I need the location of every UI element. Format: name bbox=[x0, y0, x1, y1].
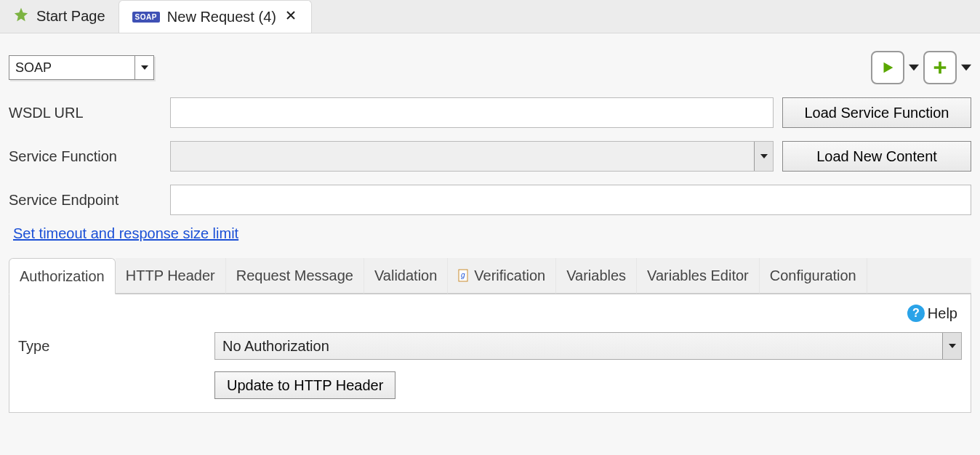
auth-type-select[interactable]: No Authorization bbox=[214, 332, 962, 360]
run-button[interactable] bbox=[871, 51, 904, 84]
subtab-filler bbox=[867, 258, 971, 294]
svg-text:g: g bbox=[461, 271, 465, 279]
subtab-label: Configuration bbox=[770, 267, 856, 284]
subtab-label: Verification bbox=[474, 267, 545, 284]
subtab-request-message[interactable]: Request Message bbox=[226, 258, 364, 294]
auth-type-label: Type bbox=[18, 338, 214, 355]
protocol-select[interactable]: SOAP bbox=[9, 55, 154, 80]
subtab-authorization[interactable]: Authorization bbox=[9, 258, 116, 294]
subtab-variables-editor[interactable]: Variables Editor bbox=[637, 258, 760, 294]
script-icon: g bbox=[458, 269, 470, 282]
load-service-function-button[interactable]: Load Service Function bbox=[782, 97, 971, 128]
service-endpoint-label: Service Endpoint bbox=[9, 192, 161, 209]
load-new-content-button[interactable]: Load New Content bbox=[782, 141, 971, 172]
help-link[interactable]: Help bbox=[928, 305, 957, 322]
close-tab-icon[interactable] bbox=[284, 9, 298, 25]
subtab-validation[interactable]: Validation bbox=[364, 258, 448, 294]
tab-new-request[interactable]: SOAP New Request (4) bbox=[119, 0, 312, 33]
request-subtabs-container: Authorization HTTP Header Request Messag… bbox=[9, 258, 971, 413]
editor-tabstrip: Start Page SOAP New Request (4) bbox=[0, 0, 980, 33]
subtab-label: HTTP Header bbox=[126, 267, 215, 284]
subtab-label: Validation bbox=[374, 267, 437, 284]
wsdl-url-input[interactable] bbox=[170, 97, 774, 128]
add-dropdown[interactable] bbox=[961, 63, 971, 73]
soap-badge-icon: SOAP bbox=[132, 12, 160, 23]
chevron-down-icon bbox=[134, 56, 153, 79]
subtab-verification[interactable]: g Verification bbox=[448, 258, 556, 294]
tab-label: Start Page bbox=[36, 8, 105, 25]
request-content: SOAP bbox=[0, 33, 980, 455]
tab-start-page[interactable]: Start Page bbox=[0, 0, 119, 33]
run-dropdown[interactable] bbox=[909, 63, 919, 73]
subtab-variables[interactable]: Variables bbox=[556, 258, 637, 294]
auth-type-value: No Authorization bbox=[215, 338, 942, 355]
subtab-label: Variables bbox=[566, 267, 626, 284]
toolbar-buttons bbox=[871, 51, 971, 84]
chevron-down-icon bbox=[942, 333, 961, 359]
star-icon bbox=[13, 7, 29, 26]
add-button[interactable] bbox=[923, 51, 957, 84]
timeout-link-row: Set timeout and response size limit bbox=[9, 215, 971, 255]
update-http-header-button[interactable]: Update to HTTP Header bbox=[214, 371, 395, 399]
subtab-http-header[interactable]: HTTP Header bbox=[116, 258, 226, 294]
protocol-value: SOAP bbox=[9, 60, 134, 76]
timeout-link[interactable]: Set timeout and response size limit bbox=[13, 225, 238, 241]
subtab-label: Request Message bbox=[236, 267, 353, 284]
request-subtabs: Authorization HTTP Header Request Messag… bbox=[9, 258, 971, 294]
help-icon[interactable]: ? bbox=[907, 305, 925, 322]
subtab-configuration[interactable]: Configuration bbox=[760, 258, 867, 294]
wsdl-url-label: WSDL URL bbox=[9, 105, 161, 121]
subtab-label: Authorization bbox=[20, 268, 105, 285]
chevron-down-icon bbox=[754, 142, 773, 171]
update-btn-cell: Update to HTTP Header bbox=[214, 371, 962, 399]
request-editor-window: Start Page SOAP New Request (4) SOAP bbox=[0, 0, 980, 455]
toolbar-row: SOAP bbox=[9, 42, 971, 97]
subtab-label: Variables Editor bbox=[647, 267, 749, 284]
service-endpoint-input[interactable] bbox=[170, 185, 971, 215]
request-form: WSDL URL Load Service Function Service F… bbox=[9, 97, 971, 215]
authorization-panel: ? Help Type No Authorization Update to H… bbox=[9, 294, 971, 413]
service-function-label: Service Function bbox=[9, 148, 161, 165]
auth-grid: Type No Authorization Update to HTTP Hea… bbox=[18, 332, 962, 399]
service-function-select[interactable] bbox=[170, 141, 774, 172]
tab-label: New Request (4) bbox=[167, 9, 276, 25]
help-row: ? Help bbox=[18, 302, 962, 332]
